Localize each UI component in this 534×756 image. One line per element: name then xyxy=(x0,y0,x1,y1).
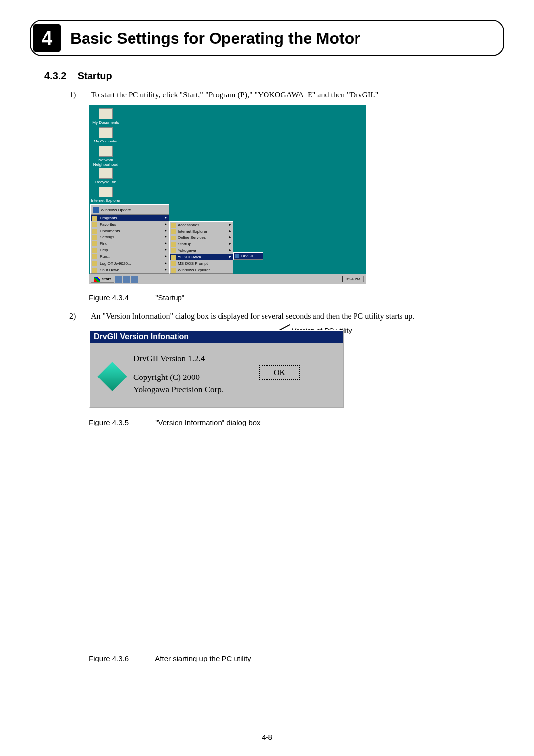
step-2-num: 2) xyxy=(69,312,79,321)
yokogawa-submenu[interactable]: DrvGII xyxy=(233,252,263,260)
submenu-msdos[interactable]: MS-DOS Prompt xyxy=(170,260,233,267)
figure-436-caption: Figure 4.3.6 After starting up the PC ut… xyxy=(89,654,504,662)
submenu-accessories[interactable]: Accessories xyxy=(170,222,233,228)
figure-title: "Startup" xyxy=(155,293,184,302)
submenu-drvgii[interactable]: DrvGII xyxy=(234,253,263,259)
quicklaunch-icon[interactable] xyxy=(131,276,138,283)
version-dialog: DrvGII Version Infonation DrvGII Version… xyxy=(89,330,344,408)
windows-update-item[interactable]: Windows Update xyxy=(91,205,169,215)
submenu-yokogawa-e[interactable]: YOKOGAWA_E xyxy=(170,254,233,260)
section-title: Startup xyxy=(78,70,112,81)
submenu-ie[interactable]: Internet Explorer xyxy=(170,228,233,235)
figure-number: Figure 4.3.4 xyxy=(89,293,153,302)
quicklaunch-icon[interactable] xyxy=(115,276,122,283)
menu-label: Accessories xyxy=(178,223,199,227)
start-menu-find[interactable]: Find xyxy=(91,240,169,247)
chapter-number-badge: 4 xyxy=(33,24,61,52)
globe-icon xyxy=(93,207,99,213)
menu-label: Documents xyxy=(100,229,120,233)
version-line: DrvGII Version 1.2.4 xyxy=(134,352,223,365)
ok-button[interactable]: OK xyxy=(259,365,300,380)
menu-label: Shut Down... xyxy=(100,268,123,272)
menu-label: MS-DOS Prompt xyxy=(178,261,208,266)
diamond-icon xyxy=(97,362,127,391)
step-1-num: 1) xyxy=(69,91,79,99)
menu-label: StartUp xyxy=(178,242,191,246)
menu-label: Programs xyxy=(100,216,117,220)
desktop-icon[interactable]: Network Neighborhood xyxy=(91,146,121,167)
start-label: Start xyxy=(102,277,111,281)
menu-label: Run... xyxy=(100,254,110,259)
start-menu-logoff[interactable]: Log Off Jw9020... xyxy=(91,260,169,267)
menu-label: Windows Update xyxy=(101,208,131,212)
icon-label: Internet Explorer xyxy=(91,198,120,203)
menu-label: YOKOGAWA_E xyxy=(178,255,206,259)
icon-label: Recycle Bin xyxy=(95,180,116,184)
start-button[interactable]: Start xyxy=(91,276,114,283)
desktop-icon[interactable]: Internet Explorer xyxy=(91,187,121,203)
start-menu-programs[interactable]: Programs xyxy=(91,215,169,221)
step-2-text: An "Version Information" dialog box is d… xyxy=(91,312,414,321)
desktop-icon[interactable]: My Computer xyxy=(91,127,121,143)
quicklaunch-icon[interactable] xyxy=(123,276,130,283)
figure-number: Figure 4.3.5 xyxy=(89,418,153,426)
submenu-startup[interactable]: StartUp xyxy=(170,241,233,247)
menu-label: Yokogawa xyxy=(178,248,196,253)
step-1: 1) To start the PC utility, click "Start… xyxy=(69,91,504,99)
figure-number: Figure 4.3.6 xyxy=(89,654,153,662)
dialog-titlebar: DrvGII Version Infonation xyxy=(90,331,343,343)
windows-flag-icon xyxy=(94,277,100,282)
step-2: 2) An "Version Information" dialog box i… xyxy=(69,312,504,321)
taskbar: Start 3:24 PM xyxy=(89,274,366,284)
menu-label: DrvGII xyxy=(241,254,253,258)
start-menu-help[interactable]: Help xyxy=(91,247,169,253)
section-number: 4.3.2 xyxy=(44,70,66,81)
icon-label: Network Neighborhood xyxy=(93,158,118,167)
figure-title: "Version Information" dialog box xyxy=(155,418,260,426)
taskbar-clock: 3:24 PM xyxy=(342,276,364,282)
submenu-yokogawa[interactable]: Yokogawa xyxy=(170,247,233,254)
icon-label: My Documents xyxy=(92,120,119,125)
start-menu-run[interactable]: Run... xyxy=(91,253,169,260)
section-heading: 4.3.2 Startup xyxy=(44,70,504,82)
menu-label: Help xyxy=(100,248,108,252)
start-menu-documents[interactable]: Documents xyxy=(91,228,169,234)
start-menu[interactable]: Windows Update Programs Favorites Docume… xyxy=(90,204,169,274)
chapter-header: 4 Basic Settings for Operating the Motor xyxy=(30,20,504,56)
desktop-icon[interactable]: My Documents xyxy=(91,108,121,125)
menu-label: Windows Explorer xyxy=(178,268,210,272)
desktop-icon[interactable]: Recycle Bin xyxy=(91,168,121,184)
start-menu-shutdown[interactable]: Shut Down... xyxy=(91,267,169,273)
start-menu-favorites[interactable]: Favorites xyxy=(91,221,169,228)
submenu-online[interactable]: Online Services xyxy=(170,235,233,241)
figure-434-caption: Figure 4.3.4 "Startup" xyxy=(89,293,504,302)
figure-436-placeholder xyxy=(30,436,504,654)
figure-title: After starting up the PC utility xyxy=(155,654,251,662)
start-menu-settings[interactable]: Settings xyxy=(91,234,169,240)
menu-label: Settings xyxy=(100,235,114,239)
page-number: 4-8 xyxy=(0,733,534,741)
menu-label: Online Services xyxy=(178,236,206,240)
menu-label: Log Off Jw9020... xyxy=(100,261,131,266)
chapter-title: Basic Settings for Operating the Motor xyxy=(70,29,360,47)
figure-435-caption: Figure 4.3.5 "Version Information" dialo… xyxy=(89,418,504,426)
programs-submenu[interactable]: Accessories Internet Explorer Online Ser… xyxy=(169,221,233,274)
company-line: Yokogawa Precision Corp. xyxy=(134,383,223,396)
submenu-winexplorer[interactable]: Windows Explorer xyxy=(170,267,233,273)
menu-label: Find xyxy=(100,241,108,246)
icon-label: My Computer xyxy=(94,139,118,143)
startup-screenshot: My Documents My Computer Network Neighbo… xyxy=(89,105,366,284)
menu-label: Internet Explorer xyxy=(178,229,207,234)
copyright-line: Copyright (C) 2000 xyxy=(134,371,223,384)
menu-label: Favorites xyxy=(100,222,116,227)
step-1-text: To start the PC utility, click "Start," … xyxy=(91,91,378,99)
